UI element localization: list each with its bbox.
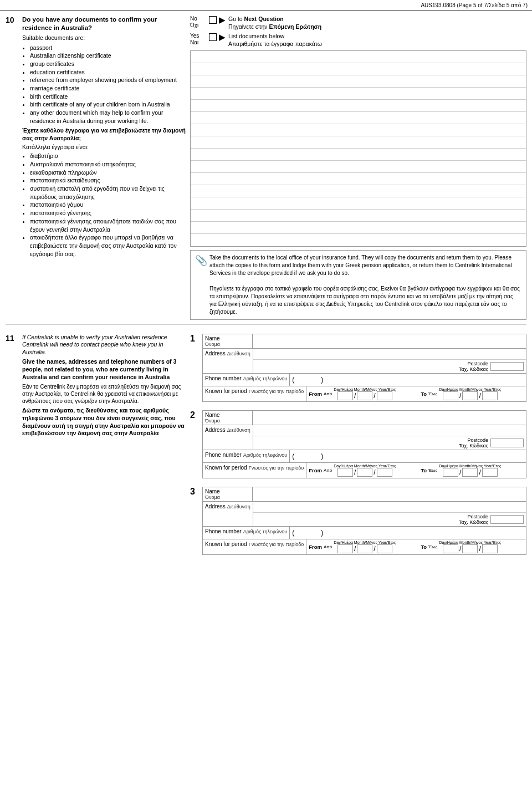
person-2-from-group: From Από Day/Ημέρα Month/Μήνας Year/Έτος… (309, 464, 415, 477)
yes-label: Yes Ναι (190, 33, 206, 46)
document-list-lines (190, 50, 526, 247)
list-line[interactable] (191, 136, 526, 149)
person-2-number: 2 (190, 410, 199, 420)
person-2-header: 2 Name Όνομα Address Διεύθ (190, 410, 526, 478)
list-line[interactable] (191, 51, 526, 63)
person-3-phone-number[interactable] (325, 528, 524, 538)
list-line[interactable] (191, 161, 526, 173)
list-item: Αυστραλιανό πιστοποιητικό υπηκοότητας (30, 160, 186, 169)
person-2-area-code[interactable] (296, 451, 319, 461)
list-item: group certificates (30, 60, 186, 68)
list-line[interactable] (191, 185, 526, 197)
list-line[interactable] (191, 112, 526, 124)
person-2-address-label: Address Διεύθυνση (203, 425, 253, 450)
person-2-address-input: Postcode Ταχ. Κώδικας (253, 425, 526, 450)
list-line[interactable] (191, 124, 526, 136)
list-line[interactable] (191, 100, 526, 112)
yes-checkbox[interactable] (209, 33, 217, 41)
person-1-from-group: From Από Day/Ημέρα Month/Μήνας Year/Έτος… (309, 388, 415, 400)
yes-checkbox-group: ▶ (209, 33, 225, 42)
person-1-to-date[interactable]: / / (443, 391, 498, 400)
person-1-phone-input[interactable]: ( ) (290, 374, 526, 386)
list-item: εκκαθαριστικά πληρωμών (30, 169, 186, 177)
person-2-name-label: Name Όνομα (203, 411, 253, 425)
person-2-phone-number[interactable] (325, 451, 524, 461)
person-3-address-line1[interactable] (253, 502, 526, 513)
list-item: οποιοδήποτε άλλο έγγραφο που μπορεί να β… (30, 233, 186, 258)
q11-intro: If Centrelink is unable to verify your A… (22, 334, 186, 356)
list-item: πιστοποιητικό γάμου (30, 201, 186, 209)
person-3-area-code[interactable] (296, 528, 319, 538)
person-3-address-label: Address Διεύθυνση (203, 502, 253, 526)
person-2-postcode-row: Postcode Ταχ. Κώδικας (253, 436, 526, 450)
person-2-postcode-input[interactable] (490, 439, 524, 447)
person-2-address-line1[interactable] (253, 425, 526, 436)
person-1-phone-number[interactable] (325, 375, 524, 385)
person-3-phone-input[interactable]: ( ) (290, 527, 526, 539)
person-1-period-label: Known for period Γνωστός για την περίοδο (203, 386, 306, 401)
person-2-postcode-label: Postcode Ταχ. Κώδικας (459, 437, 488, 448)
list-item: Australian citizenship certificate (30, 52, 186, 60)
note-box: 📎 Take the documents to the local office… (190, 250, 526, 320)
person-3-to-group: To Έως Day/Ημέρα Month/Μήνας Year/Έτος / (417, 541, 524, 553)
list-item: πιστοποιητικά εκπαίδευσης (30, 176, 186, 185)
person-3-from-group: From Από Day/Ημέρα Month/Μήνας Year/Έτος… (309, 541, 415, 553)
person-2-phone-row: Phone number Αριθμός τηλεφώνου ( ) (202, 450, 526, 463)
q10-number: 10 (6, 16, 18, 320)
no-action-text: Go to Next Question Πηγαίνετε στην Επόμε… (228, 16, 321, 30)
page-header: AUS193.0808 (Page 5 of 7/Σελίδα 5 από 7) (0, 0, 532, 11)
list-line[interactable] (191, 210, 526, 222)
person-2-to-date[interactable]: / / (443, 468, 498, 477)
list-line[interactable] (191, 149, 526, 161)
person-1-address-line1[interactable] (253, 349, 526, 360)
person-1-header: 1 Name Όνομα Add (190, 334, 526, 401)
person-1-fields: Name Όνομα Address Διεύθυνση (202, 334, 526, 401)
list-line[interactable] (191, 173, 526, 185)
person-2-from-date[interactable]: / / (337, 468, 392, 477)
person-3-address-row: Address Διεύθυνση Postcode Ταχ. Κώδικας (202, 501, 526, 527)
person-2-period-row: Known for period Γνωστός για την περίοδο… (202, 462, 526, 478)
list-line[interactable] (191, 88, 526, 100)
q10-bullets-gr: διαβατήριο Αυστραλιανό πιστοποιητικό υπη… (30, 152, 186, 258)
person-1-address-label: Address Διεύθυνση (203, 349, 253, 373)
person-3-phone-label: Phone number Αριθμός τηλεφώνου (203, 527, 290, 539)
person-1-to-group: To Έως Day/Ημέρα Month/Μήνας Year/Έτος / (417, 388, 524, 400)
list-line[interactable] (191, 234, 526, 246)
note-text: Take the documents to the local office o… (209, 254, 521, 316)
list-item: reference from employer showing periods … (30, 76, 186, 84)
no-label: No Όχι (190, 16, 206, 29)
person-1-phone-label: Phone number Αριθμός τηλεφώνου (203, 374, 290, 386)
q10-greek-suitable: Κατάλληλα έγγραφα είναι: (22, 144, 186, 151)
person-1-period-input: From Από Day/Ημέρα Month/Μήνας Year/Έτος… (306, 386, 526, 401)
person-3-name-input[interactable] (253, 487, 526, 501)
person-3-period-row: Known for period Γνωστός για την περίοδο… (202, 539, 526, 555)
person-2-name-row: Name Όνομα (202, 410, 526, 425)
person-1-postcode-label: Postcode Ταχ. Κώδικας (459, 361, 488, 372)
person-1-postcode-input[interactable] (490, 362, 524, 371)
list-line[interactable] (191, 222, 526, 234)
person-1-number: 1 (190, 334, 199, 344)
list-item: πιστοποιητικά γέννησης οποιωνδήποτε παιδ… (30, 217, 186, 233)
yes-arrow: ▶ (219, 33, 225, 42)
list-item: marriage certificate (30, 84, 186, 93)
person-3-period-label: Known for period Γνωστός για την περίοδο (203, 539, 306, 554)
list-item: birth certificate (30, 93, 186, 101)
person-3-name-row: Name Όνομα (202, 487, 526, 502)
person-2-phone-label: Phone number Αριθμός τηλεφώνου (203, 450, 290, 462)
list-line[interactable] (191, 197, 526, 210)
list-line[interactable] (191, 63, 526, 75)
person-2-name-input[interactable] (253, 411, 526, 425)
q11-number: 11 (6, 334, 18, 558)
person-1-period-row: Known for period Γνωστός για την περίοδο… (202, 386, 526, 402)
person-1-postcode-row: Postcode Ταχ. Κώδικας (253, 360, 526, 373)
person-3-to-date[interactable]: / / (443, 544, 498, 553)
no-checkbox[interactable] (209, 16, 217, 24)
person-3-postcode-input[interactable] (490, 515, 524, 524)
list-line[interactable] (191, 75, 526, 88)
person-2-phone-input[interactable]: ( ) (290, 450, 526, 462)
person-1-area-code[interactable] (296, 375, 319, 385)
person-3-postcode-row: Postcode Ταχ. Κώδικας (253, 513, 526, 526)
person-3-from-date[interactable]: / / (337, 544, 392, 553)
person-1-name-input[interactable] (253, 334, 526, 348)
person-1-from-date[interactable]: / / (337, 391, 392, 400)
